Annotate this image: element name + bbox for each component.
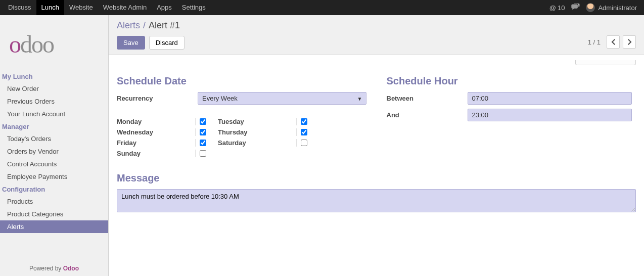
- sidebar: odoo My Lunch New Order Previous Orders …: [0, 15, 109, 276]
- saturday-label: Saturday: [218, 139, 296, 147]
- top-nav-left: Discuss Lunch Website Website Admin Apps…: [3, 0, 211, 15]
- schedule-hour-title: Schedule Hour: [387, 75, 636, 87]
- chevron-left-icon: [611, 39, 616, 45]
- breadcrumb: Alerts / Alert #1: [117, 20, 185, 31]
- nav-website-admin[interactable]: Website Admin: [98, 0, 152, 15]
- sidebar-item-previous-orders[interactable]: Previous Orders: [0, 95, 108, 108]
- sidebar-item-orders-by-vendor[interactable]: Orders by Vendor: [0, 145, 108, 158]
- discard-button[interactable]: Discard: [149, 36, 185, 50]
- sidebar-section-manager[interactable]: Manager: [0, 120, 108, 132]
- sunday-label: Sunday: [117, 150, 195, 157]
- chevron-right-icon: [627, 39, 632, 45]
- between-label: Between: [387, 95, 468, 102]
- and-label: And: [387, 111, 468, 119]
- sidebar-item-employee-payments[interactable]: Employee Payments: [0, 170, 108, 183]
- powered-by-text: Powered by: [29, 265, 63, 272]
- monday-label: Monday: [117, 118, 195, 125]
- sidebar-item-todays-orders[interactable]: Today's Orders: [0, 132, 108, 145]
- notifications-button[interactable]: @ 10: [549, 4, 565, 12]
- wednesday-checkbox[interactable]: [200, 128, 206, 136]
- message-title: Message: [117, 172, 636, 184]
- tuesday-checkbox[interactable]: [301, 118, 307, 125]
- tuesday-label: Tuesday: [218, 118, 296, 125]
- sidebar-section-mylunch[interactable]: My Lunch: [0, 70, 108, 82]
- nav-discuss[interactable]: Discuss: [3, 0, 36, 15]
- logo[interactable]: odoo: [0, 15, 108, 70]
- top-nav: Discuss Lunch Website Website Admin Apps…: [0, 0, 644, 15]
- pager[interactable]: 1 / 1: [585, 38, 604, 46]
- and-input[interactable]: [468, 109, 632, 121]
- between-input[interactable]: [468, 92, 632, 105]
- content-header: Alerts / Alert #1 Save Discard 1 / 1: [109, 15, 644, 55]
- user-menu[interactable]: Administrator: [586, 3, 637, 12]
- recurrency-select[interactable]: Every Week: [198, 92, 366, 105]
- breadcrumb-sep: /: [143, 20, 146, 31]
- nav-apps[interactable]: Apps: [152, 0, 177, 15]
- nav-settings[interactable]: Settings: [177, 0, 211, 15]
- schedule-date-title: Schedule Date: [117, 75, 366, 87]
- sidebar-section-configuration[interactable]: Configuration: [0, 183, 108, 195]
- nav-website[interactable]: Website: [64, 0, 98, 15]
- chat-icon[interactable]: [571, 4, 580, 12]
- nav-lunch[interactable]: Lunch: [36, 0, 64, 15]
- sidebar-item-products[interactable]: Products: [0, 195, 108, 208]
- top-nav-right: @ 10 Administrator: [549, 3, 641, 12]
- sidebar-item-your-lunch-account[interactable]: Your Lunch Account: [0, 108, 108, 120]
- next-button[interactable]: [623, 35, 636, 49]
- breadcrumb-parent[interactable]: Alerts: [117, 20, 140, 31]
- avatar: [586, 3, 595, 12]
- recurrency-label: Recurrency: [117, 95, 198, 102]
- user-name: Administrator: [598, 4, 637, 12]
- monday-checkbox[interactable]: [200, 118, 206, 125]
- message-textarea[interactable]: [117, 189, 636, 212]
- sidebar-item-control-accounts[interactable]: Control Accounts: [0, 158, 108, 170]
- at-icon: @: [549, 4, 556, 12]
- friday-checkbox[interactable]: [200, 139, 206, 147]
- breadcrumb-current: Alert #1: [149, 20, 180, 31]
- odoo-link[interactable]: Odoo: [63, 265, 79, 272]
- sunday-checkbox[interactable]: [200, 150, 206, 157]
- prev-button[interactable]: [607, 35, 620, 49]
- friday-label: Friday: [117, 139, 195, 147]
- sidebar-item-new-order[interactable]: New Order: [0, 82, 108, 95]
- sidebar-item-product-categories[interactable]: Product Categories: [0, 208, 108, 220]
- thursday-checkbox[interactable]: [301, 128, 307, 136]
- status-box[interactable]: [575, 60, 636, 65]
- content: Alerts / Alert #1 Save Discard 1 / 1: [109, 15, 644, 276]
- thursday-label: Thursday: [218, 128, 296, 136]
- sidebar-footer: Powered by Odoo: [0, 261, 108, 276]
- form-area: Schedule Date Recurrency Every Week ▼ Mo…: [109, 55, 644, 222]
- notif-count: 10: [558, 4, 565, 12]
- save-button[interactable]: Save: [117, 36, 145, 50]
- saturday-checkbox[interactable]: [301, 139, 307, 147]
- sidebar-item-alerts[interactable]: Alerts: [0, 220, 108, 233]
- wednesday-label: Wednesday: [117, 128, 195, 136]
